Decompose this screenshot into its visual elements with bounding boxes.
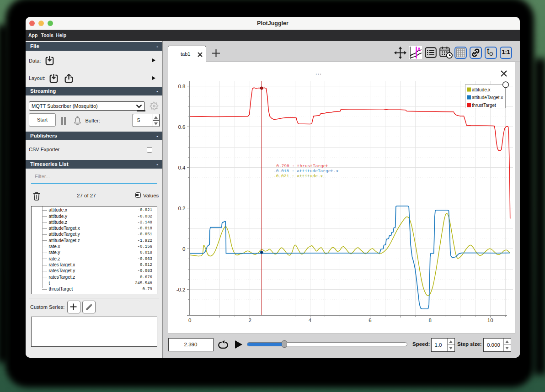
svg-text:attitudeTarget.x: attitudeTarget.x [472, 95, 503, 100]
svg-text:-0.2: -0.2 [176, 286, 186, 292]
svg-text:thrustTarget: thrustTarget [472, 102, 496, 107]
svg-text:6: 6 [369, 318, 371, 323]
svg-text:8: 8 [429, 318, 432, 323]
svg-text:A: A [417, 46, 421, 52]
svg-text:0.790 : thrustTarget: 0.790 : thrustTarget [274, 163, 329, 168]
svg-text:0.4: 0.4 [178, 164, 186, 170]
svg-text:10: 10 [487, 318, 493, 323]
svg-text:attitude.x: attitude.x [472, 87, 491, 92]
svg-text:0.2: 0.2 [178, 205, 186, 211]
svg-text:2: 2 [248, 318, 251, 323]
svg-text:0.6: 0.6 [178, 124, 186, 129]
svg-text:4: 4 [309, 318, 312, 323]
svg-text:0.8: 0.8 [178, 83, 186, 89]
svg-text:-0.021 : attitude.x: -0.021 : attitude.x [273, 173, 323, 178]
svg-text:0: 0 [182, 246, 185, 251]
svg-text:-0.018 : attitudeTarget.x: -0.018 : attitudeTarget.x [273, 168, 339, 173]
svg-text:0: 0 [188, 318, 191, 323]
